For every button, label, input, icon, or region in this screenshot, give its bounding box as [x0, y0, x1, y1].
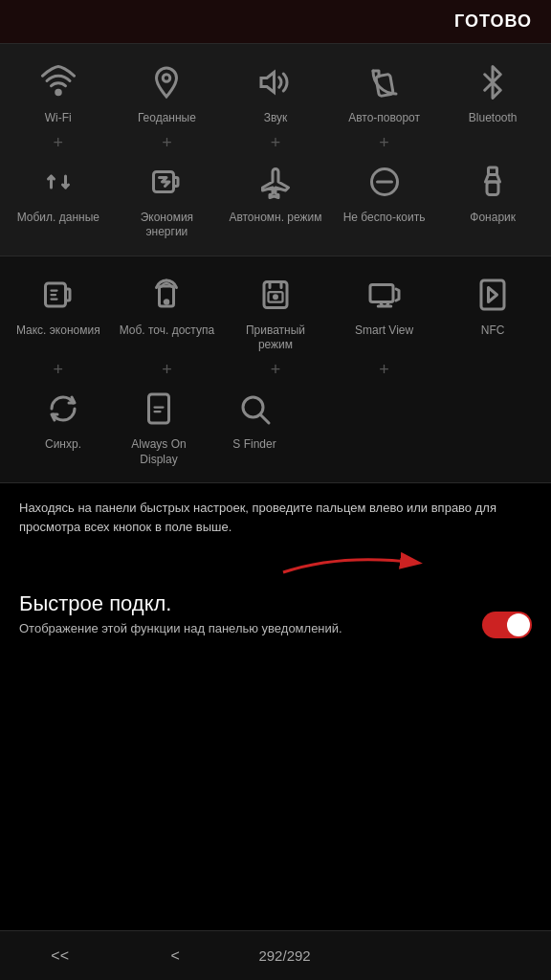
svg-line-21: [261, 415, 269, 423]
quick-tile-smart-view[interactable]: Smart View: [337, 272, 432, 339]
sfinder-label: S Finder: [232, 437, 276, 453]
geo-label: Геоданные: [138, 111, 196, 126]
plus-bluetooth: [445, 134, 540, 151]
header: ГОТОВО: [0, 0, 551, 44]
quick-tile-nfc[interactable]: NFC: [445, 272, 540, 339]
sync-label: Синхр.: [45, 437, 81, 453]
bottom-navigation: << < 292/292 . .: [0, 930, 551, 980]
quick-settings-bottom: Макс. экономия Моб. точ. доступа Приватн…: [0, 256, 551, 483]
quick-tile-bluetooth[interactable]: Bluetooth: [445, 59, 540, 126]
quick-connect-toggle-wrap: [482, 612, 532, 638]
bluetooth-icon: [470, 59, 516, 105]
quick-tile-sync[interactable]: Синхр.: [15, 386, 111, 453]
smart-view-label: Smart View: [355, 323, 413, 339]
arrow-svg: [264, 544, 455, 582]
location-icon: [143, 59, 189, 105]
power-save-label: Экономия энергии: [119, 211, 214, 240]
smart-view-icon: [362, 272, 408, 318]
airplane-icon: [253, 159, 298, 205]
svg-point-1: [164, 75, 171, 82]
wifi-icon: [35, 59, 81, 105]
airplane-label: Автономн. режим: [229, 211, 321, 226]
nfc-icon: [470, 272, 516, 318]
grid-row-3: Макс. экономия Моб. точ. доступа Приватн…: [0, 266, 551, 359]
plus-row-1: + + + +: [0, 132, 551, 153]
svg-rect-16: [481, 280, 504, 309]
instruction-text: Находясь на панели быстрых настроек, про…: [19, 499, 532, 536]
plus-max-economy[interactable]: +: [11, 361, 106, 378]
aod-label: Always On Display: [111, 437, 207, 467]
power-save-icon: [143, 159, 189, 205]
svg-rect-17: [149, 394, 169, 423]
aod-icon: [136, 386, 182, 432]
plus-hotspot[interactable]: +: [119, 361, 214, 378]
quick-settings-top: Wi-Fi Геоданные Звук Авто-поворот: [0, 44, 551, 256]
quick-tile-mobile-data[interactable]: Мобил. данные: [11, 159, 106, 226]
plus-smart-view[interactable]: +: [337, 361, 432, 378]
hotspot-label: Моб. точ. доступа: [120, 323, 215, 339]
svg-point-11: [165, 300, 169, 303]
dnd-icon: [362, 159, 408, 205]
quick-tile-flashlight[interactable]: Фонарик: [445, 159, 540, 226]
svg-rect-15: [370, 284, 393, 301]
quick-tile-rotation[interactable]: Авто-поворот: [337, 59, 432, 126]
nav-back-back[interactable]: <<: [28, 940, 92, 972]
max-economy-label: Макс. экономия: [16, 323, 100, 339]
sfinder-icon: [231, 386, 277, 432]
dnd-label: Не беспо-коить: [343, 211, 426, 226]
svg-rect-8: [487, 182, 498, 195]
mobile-data-label: Мобил. данные: [17, 211, 99, 226]
plus-nfc: [445, 361, 540, 378]
sound-icon: [253, 59, 298, 105]
flashlight-icon: [470, 159, 516, 205]
svg-marker-2: [261, 73, 275, 93]
done-button[interactable]: ГОТОВО: [454, 11, 532, 31]
grid-row-4: Синхр. Always On Display S Finder: [0, 380, 551, 473]
nav-back[interactable]: <: [148, 940, 203, 972]
max-economy-icon: [35, 272, 81, 318]
plus-row-2: + + + +: [0, 359, 551, 380]
quick-tile-wifi[interactable]: Wi-Fi: [11, 59, 106, 126]
svg-point-0: [56, 90, 61, 95]
quick-tile-sfinder[interactable]: S Finder: [207, 386, 302, 453]
plus-sound[interactable]: +: [228, 134, 323, 151]
svg-rect-3: [375, 74, 392, 96]
sound-label: Звук: [264, 111, 288, 126]
quick-tile-dnd[interactable]: Не беспо-коить: [337, 159, 432, 226]
quick-connect-section: Быстрое подкл. Отображение этой функции …: [0, 582, 551, 668]
quick-tile-hotspot[interactable]: Моб. точ. доступа: [119, 272, 214, 339]
quick-connect-toggle[interactable]: [482, 612, 532, 638]
quick-tile-sound[interactable]: Звук: [228, 59, 323, 126]
instruction-section: Находясь на панели быстрых настроек, про…: [0, 483, 551, 544]
page-indicator: 292/292: [258, 947, 310, 964]
quick-tile-power-save[interactable]: Экономия энергии: [119, 159, 214, 240]
quick-tile-aod[interactable]: Always On Display: [111, 386, 207, 467]
mobile-data-icon: [35, 159, 81, 205]
plus-wifi[interactable]: +: [11, 134, 106, 151]
svg-rect-7: [489, 167, 497, 175]
hotspot-icon: [143, 272, 189, 318]
grid-row-2: Мобил. данные Экономия энергии Автономн.…: [0, 153, 551, 246]
private-label: Приватный режим: [228, 323, 323, 353]
wifi-label: Wi-Fi: [45, 111, 72, 126]
rotation-label: Авто-поворот: [348, 111, 420, 126]
plus-private[interactable]: +: [228, 361, 323, 378]
quick-tile-geo[interactable]: Геоданные: [119, 59, 214, 126]
svg-point-14: [274, 296, 276, 299]
quick-tile-max-economy[interactable]: Макс. экономия: [11, 272, 106, 339]
rotation-icon: [362, 59, 408, 105]
quick-connect-title: Быстрое подкл.: [19, 591, 532, 616]
private-icon: [253, 272, 298, 318]
quick-connect-description: Отображение этой функции над панелью уве…: [19, 620, 440, 637]
toggle-knob: [507, 613, 530, 636]
arrow-indicator: [19, 544, 532, 582]
flashlight-label: Фонарик: [470, 211, 516, 226]
nfc-label: NFC: [481, 323, 505, 339]
quick-tile-private[interactable]: Приватный режим: [228, 272, 323, 353]
grid-row-1: Wi-Fi Геоданные Звук Авто-поворот: [0, 54, 551, 132]
bluetooth-label: Bluetooth: [469, 111, 518, 126]
plus-geo[interactable]: +: [119, 134, 214, 151]
quick-tile-airplane[interactable]: Автономн. режим: [228, 159, 323, 226]
plus-rotation[interactable]: +: [337, 134, 432, 151]
sync-icon: [40, 386, 86, 432]
